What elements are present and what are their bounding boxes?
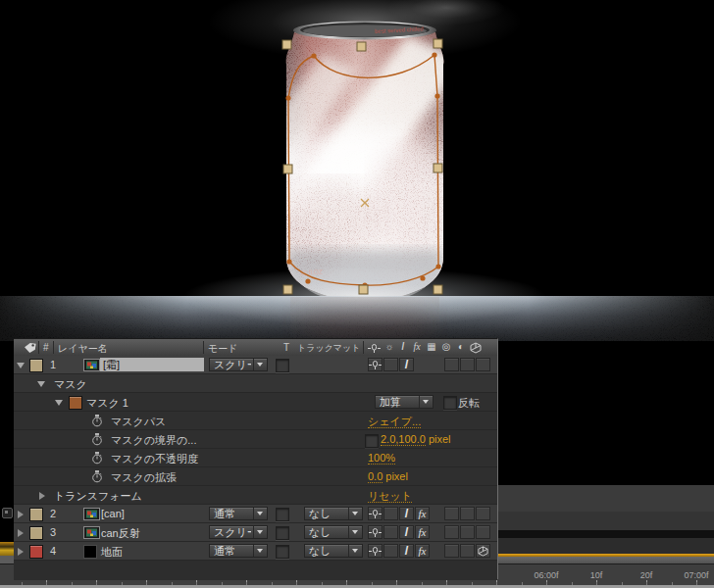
motion-blur-switch[interactable] [460, 358, 475, 371]
timeline-layer-panel: # レイヤー名 モード T トラックマット ☼ / fx ▦ ◎ ◐ 1 [霜] [14, 338, 498, 579]
quality-switch[interactable]: / [399, 507, 414, 520]
label-color-swatch[interactable] [29, 545, 43, 559]
property-value[interactable]: 100% [368, 452, 395, 464]
expand-triangle[interactable] [17, 363, 25, 368]
collapse-transformations-icon[interactable]: ☼ [382, 341, 396, 352]
stopwatch-icon[interactable] [91, 433, 103, 446]
quality-switch[interactable]: / [399, 358, 414, 371]
mask-path-row[interactable]: マスクパス シェイプ... [14, 412, 497, 430]
frame-blend-switch[interactable] [444, 544, 459, 558]
label-color-swatch[interactable] [29, 508, 43, 521]
layer-row-ground[interactable]: 4 地面 通常 なし / fx [14, 542, 497, 561]
layer-name-field[interactable]: [霜] [100, 358, 204, 371]
shy-switch[interactable] [368, 525, 382, 539]
mask-1-row[interactable]: マスク 1 加算 反転 [14, 393, 497, 412]
adjustment-layer-icon[interactable]: ◐ [454, 341, 468, 352]
column-number[interactable]: # [43, 342, 49, 353]
effects-switch[interactable]: fx [415, 525, 430, 539]
track-matte-dropdown[interactable]: なし [304, 507, 363, 520]
frame-blend-icon[interactable]: ▦ [425, 341, 438, 352]
layer-name[interactable]: [can] [101, 508, 125, 519]
preserve-transparency-checkbox[interactable] [276, 359, 289, 372]
dropdown-arrow-icon [253, 508, 267, 519]
column-t[interactable]: T [283, 342, 289, 353]
motion-blur-switch[interactable] [460, 507, 475, 520]
layer-number: 3 [50, 526, 56, 538]
expand-triangle[interactable] [37, 381, 45, 387]
property-value[interactable]: 2.0,100.0pixel [381, 433, 451, 445]
mask-invert-checkbox[interactable] [443, 396, 457, 410]
stopwatch-icon[interactable] [91, 452, 103, 465]
stopwatch-icon[interactable] [91, 470, 103, 483]
blend-mode-dropdown[interactable]: スクリーン [209, 358, 268, 371]
shy-switch[interactable] [368, 544, 382, 558]
collapsed-triangle[interactable] [39, 492, 45, 500]
label-color-icon[interactable] [24, 342, 37, 354]
3d-switch[interactable] [476, 507, 490, 520]
layer-row-can[interactable]: 2 [can] 通常 なし / fx [14, 505, 497, 523]
property-value[interactable]: 0.0pixel [368, 470, 408, 482]
masks-group-row[interactable]: マスク [14, 374, 497, 393]
collapse-switch[interactable] [383, 358, 398, 371]
composition-viewer[interactable]: best served chilled 12 fl.OZ [0, 0, 714, 343]
collapse-switch[interactable] [383, 525, 398, 539]
motion-blur-switch[interactable] [460, 525, 475, 539]
mask-feather-row[interactable]: マスクの境界の... 2.0,100.0pixel [14, 430, 497, 449]
dropdown-arrow-icon [253, 545, 267, 557]
preserve-transparency-checkbox[interactable] [276, 526, 289, 540]
layer-name[interactable]: can反射 [101, 526, 140, 541]
layer-row-frost[interactable]: 1 [霜] スクリーン / [14, 356, 497, 374]
track-matte-dropdown[interactable]: なし [304, 544, 363, 558]
column-layer-name[interactable]: レイヤー名 [58, 342, 108, 356]
quality-icon[interactable]: / [396, 341, 410, 352]
expand-triangle[interactable] [55, 400, 63, 406]
track-matte-dropdown[interactable]: なし [304, 525, 363, 539]
stopwatch-icon[interactable] [91, 415, 103, 427]
quality-switch[interactable]: / [399, 544, 414, 558]
property-value[interactable]: シェイプ... [368, 415, 421, 429]
layer-number: 2 [50, 508, 56, 519]
mask-name[interactable]: マスク 1 [86, 396, 128, 411]
effects-switch[interactable]: fx [415, 507, 430, 520]
blend-mode-dropdown[interactable]: 通常 [209, 544, 268, 558]
label-color-swatch[interactable] [29, 359, 43, 372]
blend-mode-dropdown[interactable]: スクリーン [209, 525, 268, 539]
frame-blend-switch[interactable] [444, 507, 459, 520]
preserve-transparency-checkbox[interactable] [276, 545, 289, 559]
transform-group-row[interactable]: トランスフォーム リセット [14, 486, 497, 505]
frame-blend-switch[interactable] [444, 358, 459, 371]
3d-switch[interactable] [476, 544, 490, 558]
mask-opacity-row[interactable]: マスクの不透明度 100% [14, 449, 497, 467]
motion-blur-icon[interactable]: ◎ [439, 341, 453, 352]
mask-expansion-row[interactable]: マスクの拡張 0.0pixel [14, 467, 497, 486]
mask-mode-dropdown[interactable]: 加算 [375, 395, 434, 409]
collapse-switch[interactable] [383, 507, 398, 520]
frame-blend-switch[interactable] [444, 525, 459, 539]
constrain-checkbox[interactable] [365, 434, 379, 448]
3d-cube-icon [478, 546, 488, 557]
mask-color-swatch[interactable] [69, 396, 82, 410]
motion-blur-switch[interactable] [460, 544, 475, 558]
shy-switch[interactable] [368, 507, 382, 520]
3d-switch[interactable] [476, 525, 490, 539]
preserve-transparency-checkbox[interactable] [276, 508, 289, 521]
blend-mode-dropdown[interactable]: 通常 [209, 507, 268, 520]
shy-switch[interactable] [368, 358, 382, 371]
shy-icon[interactable] [368, 344, 381, 353]
collapse-switch[interactable] [383, 544, 398, 558]
effects-icon[interactable]: fx [410, 341, 424, 352]
collapsed-triangle[interactable] [18, 511, 24, 518]
quality-switch[interactable]: / [399, 525, 414, 539]
collapsed-triangle[interactable] [18, 529, 24, 537]
3d-switch[interactable] [476, 358, 490, 371]
collapsed-triangle[interactable] [18, 548, 24, 556]
column-mode[interactable]: モード [208, 342, 237, 356]
layer-row-can-reflection[interactable]: 3 can反射 スクリーン なし / fx [14, 523, 497, 542]
layer-name[interactable]: 地面 [101, 545, 123, 560]
column-track-matte[interactable]: トラックマット [297, 342, 360, 355]
label-color-swatch[interactable] [29, 526, 43, 540]
reset-link[interactable]: リセット [368, 489, 412, 504]
dropdown-arrow-icon [348, 545, 362, 557]
3d-layer-icon[interactable] [470, 342, 482, 354]
effects-switch[interactable]: fx [415, 544, 430, 558]
